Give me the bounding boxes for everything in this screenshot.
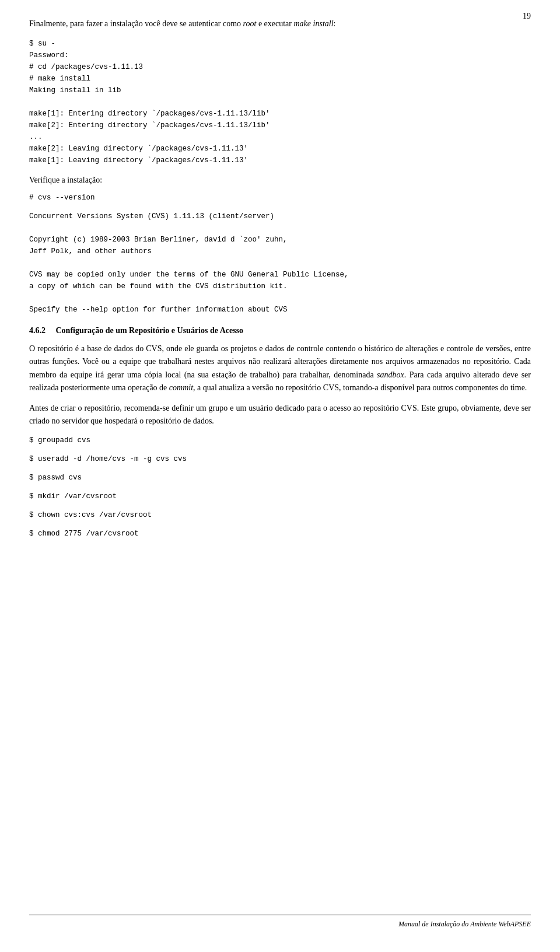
- section-462-heading: 4.6.2 Configuração de um Repositório e U…: [29, 326, 531, 335]
- groupadd-block: $ groupadd cvs: [29, 435, 531, 446]
- intro-text-middle: e executar: [256, 19, 293, 28]
- useradd-block: $ useradd -d /home/cvs -m -g cvs cvs: [29, 453, 531, 465]
- p1-end: , a qual atualiza a versão no repositóri…: [193, 383, 527, 392]
- sandbox-word: sandbox: [377, 370, 404, 379]
- page-container: 19 Finalmente, para fazer a instalação v…: [0, 0, 560, 952]
- su-code-block: $ su - Password: # cd /packages/cvs-1.11…: [29, 38, 531, 166]
- section-number: 4.6.2: [29, 326, 46, 335]
- paragraph-1: O repositório é a base de dados do CVS, …: [29, 342, 531, 395]
- passwd-block: $ passwd cvs: [29, 472, 531, 484]
- intro-text-before: Finalmente, para fazer a instalação você…: [29, 19, 243, 28]
- footer-text: Manual de Instalação do Ambiente WebAPSE…: [398, 920, 531, 929]
- chown-block: $ chown cvs:cvs /var/cvsroot: [29, 509, 531, 521]
- make-install-word: make install: [294, 19, 334, 28]
- cvs-version-output-block: Concurrent Versions System (CVS) 1.11.13…: [29, 211, 531, 316]
- intro-paragraph: Finalmente, para fazer a instalação você…: [29, 18, 531, 30]
- page-number: 19: [523, 12, 531, 21]
- section-title-spacer: [48, 326, 54, 335]
- paragraph-2: Antes de criar o repositório, recomenda-…: [29, 402, 531, 428]
- commit-word: commit: [169, 383, 193, 392]
- section-title: Configuração de um Repositório e Usuário…: [56, 326, 244, 335]
- root-word: root: [243, 19, 257, 28]
- chmod-block: $ chmod 2775 /var/cvsroot: [29, 528, 531, 540]
- intro-colon: :: [334, 19, 336, 28]
- verify-label: Verifique a instalação:: [29, 176, 531, 185]
- footer: Manual de Instalação do Ambiente WebAPSE…: [29, 915, 531, 929]
- section-heading-container: 4.6.2 Configuração de um Repositório e U…: [29, 326, 531, 335]
- mkdir-block: $ mkdir /var/cvsroot: [29, 491, 531, 502]
- verify-section: Verifique a instalação: # cvs --version …: [29, 176, 531, 316]
- cvs-version-cmd-block: # cvs --version: [29, 192, 531, 204]
